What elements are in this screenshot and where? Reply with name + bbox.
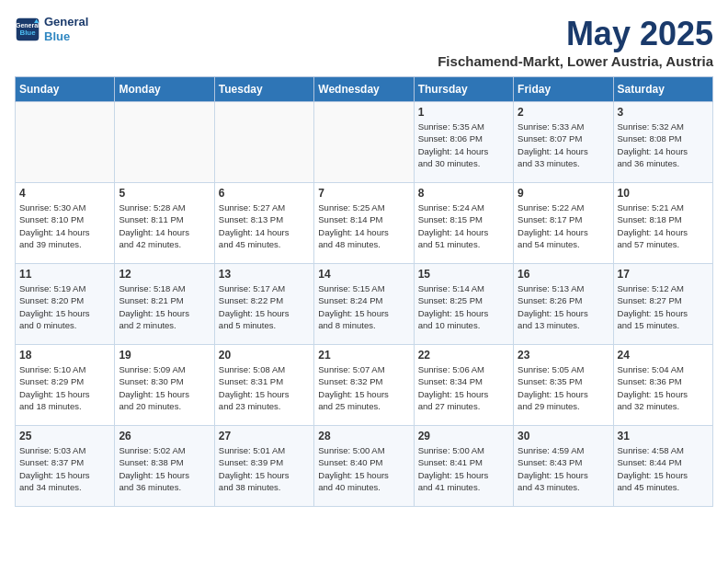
- day-info: Sunrise: 5:08 AM Sunset: 8:31 PM Dayligh…: [219, 363, 310, 412]
- weekday-header-sunday: Sunday: [16, 77, 115, 102]
- calendar-cell-w4d3: 20Sunrise: 5:08 AM Sunset: 8:31 PM Dayli…: [214, 345, 313, 426]
- day-info: Sunrise: 5:17 AM Sunset: 8:22 PM Dayligh…: [219, 282, 310, 331]
- week-row-3: 11Sunrise: 5:19 AM Sunset: 8:20 PM Dayli…: [16, 264, 713, 345]
- month-title: May 2025: [438, 15, 713, 53]
- calendar-cell-w1d6: 2Sunrise: 5:33 AM Sunset: 8:07 PM Daylig…: [514, 102, 613, 183]
- calendar-cell-w2d7: 10Sunrise: 5:21 AM Sunset: 8:18 PM Dayli…: [613, 183, 712, 264]
- day-number: 17: [618, 268, 709, 281]
- calendar-cell-w2d5: 8Sunrise: 5:24 AM Sunset: 8:15 PM Daylig…: [414, 183, 513, 264]
- day-number: 18: [19, 349, 110, 362]
- day-info: Sunrise: 5:00 AM Sunset: 8:41 PM Dayligh…: [418, 444, 509, 493]
- logo-icon: General Blue: [15, 17, 40, 42]
- day-number: 13: [219, 268, 310, 281]
- day-number: 6: [219, 187, 310, 200]
- week-row-5: 25Sunrise: 5:03 AM Sunset: 8:37 PM Dayli…: [16, 426, 713, 507]
- day-info: Sunrise: 5:25 AM Sunset: 8:14 PM Dayligh…: [318, 201, 409, 250]
- calendar-cell-w1d2: [115, 102, 214, 183]
- day-info: Sunrise: 5:24 AM Sunset: 8:15 PM Dayligh…: [418, 201, 509, 250]
- day-number: 1: [418, 106, 509, 119]
- title-area: May 2025 Fischamend-Markt, Lower Austria…: [438, 15, 713, 69]
- calendar-cell-w3d6: 16Sunrise: 5:13 AM Sunset: 8:26 PM Dayli…: [514, 264, 613, 345]
- calendar-cell-w1d3: [214, 102, 313, 183]
- day-number: 5: [119, 187, 210, 200]
- calendar-cell-w3d1: 11Sunrise: 5:19 AM Sunset: 8:20 PM Dayli…: [16, 264, 115, 345]
- calendar-cell-w4d4: 21Sunrise: 5:07 AM Sunset: 8:32 PM Dayli…: [314, 345, 414, 426]
- weekday-header-tuesday: Tuesday: [214, 77, 313, 102]
- calendar-cell-w4d5: 22Sunrise: 5:06 AM Sunset: 8:34 PM Dayli…: [414, 345, 513, 426]
- logo: General Blue General Blue: [15, 15, 88, 43]
- calendar-cell-w2d4: 7Sunrise: 5:25 AM Sunset: 8:14 PM Daylig…: [314, 183, 414, 264]
- week-row-4: 18Sunrise: 5:10 AM Sunset: 8:29 PM Dayli…: [16, 345, 713, 426]
- calendar-body: 1Sunrise: 5:35 AM Sunset: 8:06 PM Daylig…: [16, 102, 713, 507]
- calendar-cell-w2d3: 6Sunrise: 5:27 AM Sunset: 8:13 PM Daylig…: [214, 183, 313, 264]
- day-info: Sunrise: 5:14 AM Sunset: 8:25 PM Dayligh…: [418, 282, 509, 331]
- day-number: 24: [618, 349, 709, 362]
- day-number: 20: [219, 349, 310, 362]
- day-number: 12: [119, 268, 210, 281]
- day-number: 22: [418, 349, 509, 362]
- day-info: Sunrise: 5:03 AM Sunset: 8:37 PM Dayligh…: [19, 444, 110, 493]
- day-number: 8: [418, 187, 509, 200]
- day-number: 2: [518, 106, 609, 119]
- day-number: 28: [318, 430, 409, 442]
- day-number: 29: [418, 430, 509, 442]
- day-info: Sunrise: 5:27 AM Sunset: 8:13 PM Dayligh…: [219, 201, 310, 250]
- day-number: 11: [19, 268, 110, 281]
- weekday-header-monday: Monday: [115, 77, 214, 102]
- calendar-cell-w3d7: 17Sunrise: 5:12 AM Sunset: 8:27 PM Dayli…: [613, 264, 712, 345]
- calendar-cell-w5d1: 25Sunrise: 5:03 AM Sunset: 8:37 PM Dayli…: [16, 426, 115, 507]
- day-info: Sunrise: 5:15 AM Sunset: 8:24 PM Dayligh…: [318, 282, 409, 331]
- day-info: Sunrise: 4:59 AM Sunset: 8:43 PM Dayligh…: [518, 444, 609, 493]
- calendar-cell-w5d4: 28Sunrise: 5:00 AM Sunset: 8:40 PM Dayli…: [314, 426, 414, 507]
- day-info: Sunrise: 5:33 AM Sunset: 8:07 PM Dayligh…: [518, 121, 609, 169]
- svg-text:General: General: [16, 22, 40, 29]
- svg-text:Blue: Blue: [19, 29, 36, 37]
- calendar-cell-w1d1: [16, 102, 115, 183]
- calendar-cell-w4d1: 18Sunrise: 5:10 AM Sunset: 8:29 PM Dayli…: [16, 345, 115, 426]
- weekday-header-wednesday: Wednesday: [314, 77, 414, 102]
- day-info: Sunrise: 5:18 AM Sunset: 8:21 PM Dayligh…: [119, 282, 210, 331]
- calendar-cell-w1d4: [314, 102, 414, 183]
- day-info: Sunrise: 5:09 AM Sunset: 8:30 PM Dayligh…: [119, 363, 210, 412]
- weekday-header-row: SundayMondayTuesdayWednesdayThursdayFrid…: [16, 77, 713, 102]
- day-number: 30: [518, 430, 609, 442]
- day-number: 14: [318, 268, 409, 281]
- calendar-cell-w4d7: 24Sunrise: 5:04 AM Sunset: 8:36 PM Dayli…: [613, 345, 712, 426]
- weekday-header-saturday: Saturday: [613, 77, 712, 102]
- day-info: Sunrise: 5:21 AM Sunset: 8:18 PM Dayligh…: [618, 201, 709, 250]
- calendar-cell-w2d1: 4Sunrise: 5:30 AM Sunset: 8:10 PM Daylig…: [16, 183, 115, 264]
- calendar-cell-w3d4: 14Sunrise: 5:15 AM Sunset: 8:24 PM Dayli…: [314, 264, 414, 345]
- day-number: 7: [318, 187, 409, 200]
- day-info: Sunrise: 5:30 AM Sunset: 8:10 PM Dayligh…: [19, 201, 110, 250]
- calendar-table: SundayMondayTuesdayWednesdayThursdayFrid…: [15, 76, 713, 507]
- day-number: 16: [518, 268, 609, 281]
- calendar-cell-w5d2: 26Sunrise: 5:02 AM Sunset: 8:38 PM Dayli…: [115, 426, 214, 507]
- day-info: Sunrise: 5:28 AM Sunset: 8:11 PM Dayligh…: [119, 201, 210, 250]
- week-row-2: 4Sunrise: 5:30 AM Sunset: 8:10 PM Daylig…: [16, 183, 713, 264]
- calendar-cell-w2d6: 9Sunrise: 5:22 AM Sunset: 8:17 PM Daylig…: [514, 183, 613, 264]
- day-info: Sunrise: 5:13 AM Sunset: 8:26 PM Dayligh…: [518, 282, 609, 331]
- day-info: Sunrise: 5:04 AM Sunset: 8:36 PM Dayligh…: [618, 363, 709, 412]
- calendar-cell-w1d5: 1Sunrise: 5:35 AM Sunset: 8:06 PM Daylig…: [414, 102, 513, 183]
- day-number: 26: [119, 430, 210, 442]
- calendar-cell-w5d6: 30Sunrise: 4:59 AM Sunset: 8:43 PM Dayli…: [514, 426, 613, 507]
- day-info: Sunrise: 4:58 AM Sunset: 8:44 PM Dayligh…: [618, 444, 709, 493]
- calendar-cell-w3d5: 15Sunrise: 5:14 AM Sunset: 8:25 PM Dayli…: [414, 264, 513, 345]
- day-number: 27: [219, 430, 310, 442]
- day-number: 9: [518, 187, 609, 200]
- day-number: 15: [418, 268, 509, 281]
- calendar-cell-w1d7: 3Sunrise: 5:32 AM Sunset: 8:08 PM Daylig…: [613, 102, 712, 183]
- location-title: Fischamend-Markt, Lower Austria, Austria: [438, 53, 713, 69]
- day-number: 25: [19, 430, 110, 442]
- day-info: Sunrise: 5:02 AM Sunset: 8:38 PM Dayligh…: [119, 444, 210, 493]
- header: General Blue General Blue May 2025 Fisch…: [15, 15, 713, 69]
- day-info: Sunrise: 5:07 AM Sunset: 8:32 PM Dayligh…: [318, 363, 409, 412]
- day-number: 10: [618, 187, 709, 200]
- calendar-cell-w5d7: 31Sunrise: 4:58 AM Sunset: 8:44 PM Dayli…: [613, 426, 712, 507]
- day-number: 3: [618, 106, 709, 119]
- day-info: Sunrise: 5:19 AM Sunset: 8:20 PM Dayligh…: [19, 282, 110, 331]
- day-number: 23: [518, 349, 609, 362]
- calendar-cell-w4d2: 19Sunrise: 5:09 AM Sunset: 8:30 PM Dayli…: [115, 345, 214, 426]
- calendar-cell-w2d2: 5Sunrise: 5:28 AM Sunset: 8:11 PM Daylig…: [115, 183, 214, 264]
- weekday-header-friday: Friday: [514, 77, 613, 102]
